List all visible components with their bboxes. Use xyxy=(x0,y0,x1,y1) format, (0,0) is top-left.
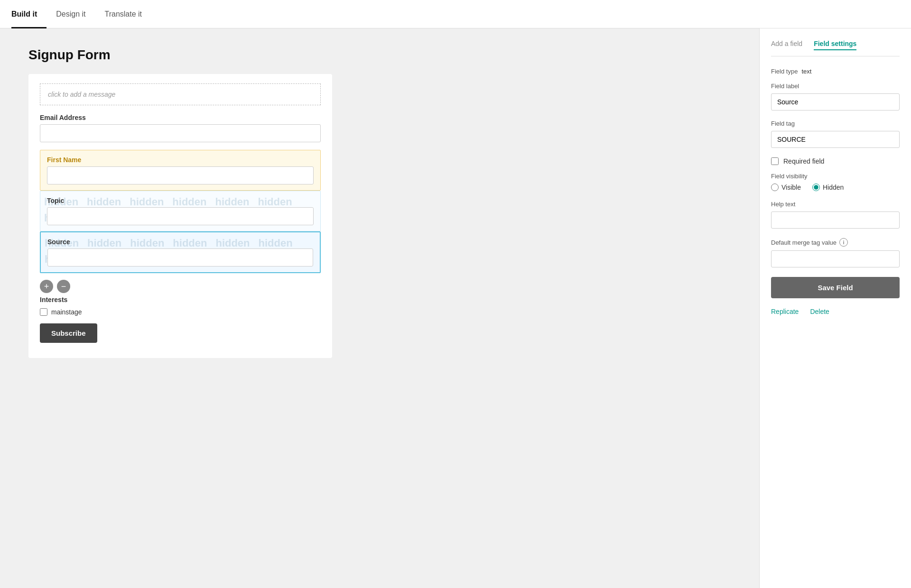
default-merge-input[interactable] xyxy=(771,250,900,267)
visible-option[interactable]: Visible xyxy=(771,184,801,191)
default-merge-label-text: Default merge tag value xyxy=(771,239,837,246)
help-text-section: Help text xyxy=(771,201,900,229)
action-links: Replicate Delete xyxy=(771,308,900,315)
visible-label: Visible xyxy=(781,184,801,191)
delete-link[interactable]: Delete xyxy=(810,308,829,315)
default-merge-label-row: Default merge tag value i xyxy=(771,238,900,247)
source-label: Source xyxy=(47,238,313,246)
email-field-group: Email Address xyxy=(40,114,321,142)
topic-label: Topic xyxy=(47,197,314,204)
field-label-section: Field label xyxy=(771,83,900,110)
info-icon: i xyxy=(839,238,848,247)
main-layout: Signup Form click to add a message Email… xyxy=(0,28,911,588)
field-type-label: Field type xyxy=(771,68,798,75)
tab-field-settings[interactable]: Field settings xyxy=(814,40,856,50)
email-label: Email Address xyxy=(40,114,321,121)
field-tag-section: Field tag xyxy=(771,120,900,148)
hidden-label: Hidden xyxy=(823,184,844,191)
field-tag-label: Field tag xyxy=(771,120,900,127)
interests-group: Interests mainstage xyxy=(40,296,321,316)
mainstage-checkbox[interactable] xyxy=(40,308,47,316)
visible-radio[interactable] xyxy=(771,184,779,191)
field-visibility-label: Field visibility xyxy=(771,173,900,180)
visibility-radio-row: Visible Hidden xyxy=(771,184,900,191)
message-area[interactable]: click to add a message xyxy=(40,83,321,105)
right-panel: Add a field Field settings Field type te… xyxy=(759,28,911,588)
topic-input[interactable] xyxy=(47,207,314,225)
hidden-radio[interactable] xyxy=(812,184,820,191)
topic-field-group: hidden hidden hidden hidden hidden hidde… xyxy=(40,191,321,231)
first-name-input[interactable] xyxy=(47,166,314,184)
form-title: Signup Form xyxy=(28,47,731,63)
panel-tabs: Add a field Field settings xyxy=(771,40,900,56)
subscribe-button[interactable]: Subscribe xyxy=(40,323,97,343)
required-field-checkbox[interactable] xyxy=(771,157,779,165)
field-label-label: Field label xyxy=(771,83,900,90)
email-input[interactable] xyxy=(40,124,321,142)
field-label-input[interactable] xyxy=(771,93,900,110)
message-placeholder: click to add a message xyxy=(48,91,115,98)
hidden-option[interactable]: Hidden xyxy=(812,184,844,191)
help-text-input[interactable] xyxy=(771,211,900,229)
remove-field-button[interactable]: − xyxy=(57,280,70,293)
default-merge-section: Default merge tag value i xyxy=(771,238,900,267)
field-visibility-section: Field visibility Visible Hidden xyxy=(771,173,900,191)
add-field-button[interactable]: + xyxy=(40,280,53,293)
first-name-field-group: First Name xyxy=(40,150,321,191)
tab-translate-it[interactable]: Translate it xyxy=(95,0,151,28)
help-text-label: Help text xyxy=(771,201,900,208)
required-field-label: Required field xyxy=(783,157,824,165)
required-field-row: Required field xyxy=(771,157,900,165)
source-input[interactable] xyxy=(47,248,313,266)
replicate-link[interactable]: Replicate xyxy=(771,308,799,315)
tab-add-field[interactable]: Add a field xyxy=(771,40,802,50)
field-type-row: Field type text xyxy=(771,68,900,75)
first-name-label: First Name xyxy=(47,156,314,164)
mainstage-label: mainstage xyxy=(51,308,82,316)
save-field-button[interactable]: Save Field xyxy=(771,277,900,298)
source-field-group[interactable]: hidden hidden hidden hidden hidden hidde… xyxy=(40,231,321,273)
mainstage-checkbox-row: mainstage xyxy=(40,308,321,316)
form-card: click to add a message Email Address Fir… xyxy=(28,74,332,358)
form-preview-area: Signup Form click to add a message Email… xyxy=(0,28,759,588)
tab-design-it[interactable]: Design it xyxy=(46,0,95,28)
interests-label: Interests xyxy=(40,296,321,303)
field-type-value: text xyxy=(801,68,811,75)
field-tag-input[interactable] xyxy=(771,131,900,148)
add-remove-row: + − xyxy=(40,280,321,293)
tab-build-it[interactable]: Build it xyxy=(11,0,46,28)
top-nav: Build it Design it Translate it xyxy=(0,0,911,28)
